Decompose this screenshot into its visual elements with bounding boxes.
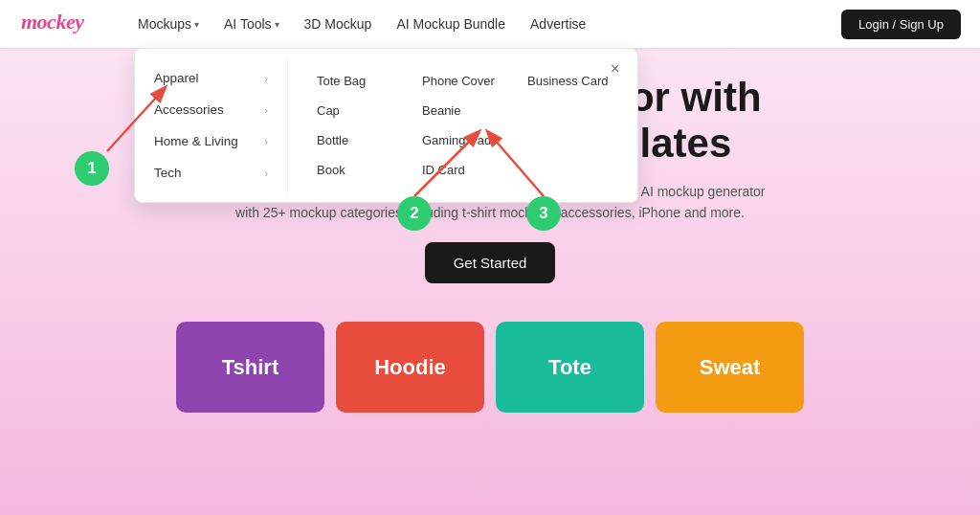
nav-item-advertise[interactable]: Advertise: [521, 11, 595, 37]
login-button[interactable]: Login / Sign Up: [841, 10, 961, 39]
nav-item-ai-tools[interactable]: AI Tools▾: [214, 11, 289, 37]
dropdown-left-tech[interactable]: Tech›: [135, 157, 287, 189]
dropdown-menu: Apparel›Accessories›Home & Living›Tech› …: [134, 48, 638, 203]
dropdown-item-phone-cover[interactable]: Phone Cover: [418, 66, 504, 96]
logo[interactable]: mockey: [19, 8, 105, 40]
dropdown-item-tote-bag[interactable]: Tote Bag: [313, 66, 399, 96]
nav-arrow-ai-tools: ▾: [275, 19, 279, 30]
dropdown-item-bottle[interactable]: Bottle: [313, 125, 399, 155]
main-nav: Mockups▾AI Tools▾3D MockupAI Mockup Bund…: [128, 11, 841, 37]
category-card-hoodie[interactable]: Hoodie: [336, 322, 484, 413]
dropdown-item-id-card[interactable]: ID Card: [418, 155, 504, 185]
dropdown-item-cap[interactable]: Cap: [313, 96, 399, 125]
annotation-circle-1: 1: [75, 151, 109, 186]
annotation-circle-3: 3: [526, 196, 561, 231]
dropdown-col-3: Business Card: [514, 62, 622, 189]
dropdown-left-apparel[interactable]: Apparel›: [135, 62, 287, 94]
dropdown-left-panel: Apparel›Accessories›Home & Living›Tech›: [135, 58, 288, 192]
chevron-icon: ›: [264, 104, 268, 116]
dropdown-item-gaming-pad[interactable]: Gaming Pad: [418, 125, 504, 155]
nav-item-3d-mockup[interactable]: 3D Mockup: [295, 11, 382, 37]
header: mockey Mockups▾AI Tools▾3D MockupAI Mock…: [0, 0, 980, 48]
category-card-tote[interactable]: Tote: [496, 322, 644, 413]
category-card-sweat[interactable]: Sweat: [656, 322, 804, 413]
nav-item-mockups[interactable]: Mockups▾: [128, 11, 209, 37]
dropdown-item-business-card[interactable]: Business Card: [523, 66, 612, 96]
nav-item-ai-bundle[interactable]: AI Mockup Bundle: [387, 11, 515, 37]
dropdown-col-1: Tote BagCapBottleBook: [303, 62, 409, 189]
category-card-tshirt[interactable]: Tshirt: [176, 322, 324, 413]
chevron-icon: ›: [264, 168, 268, 179]
svg-text:mockey: mockey: [21, 10, 84, 34]
chevron-icon: ›: [264, 136, 268, 147]
dropdown-close-button[interactable]: ×: [605, 58, 626, 79]
dropdown-item-beanie[interactable]: Beanie: [418, 96, 504, 125]
dropdown-item-book[interactable]: Book: [313, 155, 399, 185]
dropdown-right-panel: Tote BagCapBottleBook Phone CoverBeanieG…: [288, 58, 637, 192]
category-row: TshirtHoodieToteSweat: [0, 322, 980, 413]
chevron-icon: ›: [264, 73, 268, 84]
dropdown-col-2: Phone CoverBeanieGaming PadID Card: [409, 62, 514, 189]
nav-arrow-mockups: ▾: [194, 19, 199, 30]
dropdown-left-home-&-living[interactable]: Home & Living›: [135, 125, 287, 157]
annotation-circle-2: 2: [397, 196, 432, 231]
dropdown-left-accessories[interactable]: Accessories›: [135, 94, 287, 125]
get-started-button[interactable]: Get Started: [425, 242, 556, 283]
